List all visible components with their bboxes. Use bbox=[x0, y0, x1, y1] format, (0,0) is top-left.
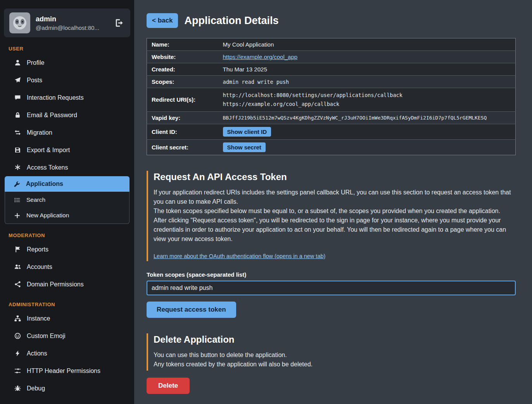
back-button[interactable]: < back bbox=[147, 13, 178, 28]
section-title: Delete Application bbox=[154, 334, 516, 345]
sidebar-item-email-password[interactable]: Email & Password bbox=[0, 106, 134, 124]
row-value: My Cool Application bbox=[218, 38, 516, 51]
row-label: Client secret: bbox=[147, 139, 218, 155]
table-row-scopes: Scopes: admin read write push bbox=[147, 76, 516, 88]
username: admin bbox=[36, 15, 99, 23]
plus-icon bbox=[14, 212, 21, 219]
sidebar: admin @admin@localhost:80... USER Profil… bbox=[0, 0, 134, 404]
section-label-user: USER bbox=[9, 46, 134, 52]
applications-submenu: Search New Application bbox=[5, 192, 130, 224]
sidebar-item-search[interactable]: Search bbox=[5, 192, 129, 208]
show-secret-button[interactable]: Show secret bbox=[223, 142, 266, 152]
row-label: Website: bbox=[147, 51, 218, 63]
wrench-icon bbox=[13, 181, 20, 187]
row-label: Redirect URI(s): bbox=[147, 88, 218, 112]
sidebar-item-custom-emoji[interactable]: Custom Emoji bbox=[0, 327, 134, 345]
sidebar-item-label: Email & Password bbox=[27, 112, 77, 119]
redirect-uri-2: https://example.org/cool_app/callback bbox=[223, 100, 511, 109]
sidebar-item-domain-permissions[interactable]: Domain Permissions bbox=[0, 276, 134, 293]
table-row-client-secret: Client secret: Show secret bbox=[147, 139, 516, 155]
comments-icon bbox=[14, 94, 21, 101]
section-title: Request An API Access Token bbox=[154, 172, 516, 182]
lock-icon bbox=[14, 112, 21, 118]
section-paragraph: If your application redirect URIs includ… bbox=[154, 188, 516, 206]
sidebar-item-label: Applications bbox=[26, 180, 63, 187]
sloth-avatar bbox=[9, 12, 30, 33]
sidebar-item-label: Debug bbox=[27, 385, 45, 392]
row-value: Thu Mar 13 2025 bbox=[218, 63, 516, 76]
bug-icon bbox=[14, 385, 21, 392]
sidebar-item-instance[interactable]: Instance bbox=[0, 310, 134, 327]
sidebar-item-applications[interactable]: Applications bbox=[5, 176, 130, 192]
table-row-name: Name: My Cool Application bbox=[147, 38, 516, 51]
request-token-section: Request An API Access Token If your appl… bbox=[147, 171, 516, 261]
sidebar-item-label: Custom Emoji bbox=[27, 333, 66, 340]
oauth-docs-link[interactable]: Learn more about the OAuth authenticatio… bbox=[154, 253, 325, 259]
asterisk-icon bbox=[14, 164, 21, 171]
app-layout: admin @admin@localhost:80... USER Profil… bbox=[0, 0, 532, 404]
sidebar-item-export-import[interactable]: Export & Import bbox=[0, 141, 134, 159]
row-value: BBJffJ219b5iE512m7wQSzv4KgKDhgZZVzNyWC_r… bbox=[218, 111, 516, 124]
sidebar-item-profile[interactable]: Profile bbox=[0, 54, 134, 71]
sidebar-item-new-application[interactable]: New Application bbox=[5, 208, 129, 223]
section-label-moderation: MODERATION bbox=[9, 232, 134, 238]
main-panel: < back Application Details Name: My Cool… bbox=[134, 0, 532, 404]
sidebar-item-access-tokens[interactable]: Access Tokens bbox=[0, 159, 134, 176]
sidebar-item-label: Profile bbox=[27, 59, 44, 66]
row-label: Client ID: bbox=[147, 124, 218, 139]
sitemap-icon bbox=[14, 315, 21, 322]
sidebar-item-http-header-permissions[interactable]: HTTP Header Permissions bbox=[0, 362, 134, 380]
section-paragraph: After clicking "Request access token", y… bbox=[154, 216, 516, 244]
application-details-table: Name: My Cool Application Website: https… bbox=[147, 38, 516, 155]
sidebar-item-label: Actions bbox=[27, 350, 47, 357]
row-label: Name: bbox=[147, 38, 218, 51]
table-row-website: Website: https://example.org/cool_app bbox=[147, 51, 516, 63]
row-label: Created: bbox=[147, 63, 218, 76]
delete-button[interactable]: Delete bbox=[147, 378, 190, 394]
sliders-icon bbox=[14, 368, 21, 374]
section-label-administration: ADMINISTRATION bbox=[9, 302, 134, 307]
flag-icon bbox=[14, 246, 21, 253]
share-nodes-icon bbox=[14, 281, 21, 288]
sidebar-item-debug[interactable]: Debug bbox=[0, 380, 134, 397]
delete-application-section: Delete Application You can use this butt… bbox=[147, 333, 516, 371]
section-paragraph: You can use this button to delete the ap… bbox=[154, 350, 516, 360]
sign-out-icon bbox=[115, 19, 123, 27]
sidebar-item-actions[interactable]: Actions bbox=[0, 345, 134, 362]
logout-button[interactable] bbox=[113, 17, 125, 29]
request-access-token-button[interactable]: Request access token bbox=[147, 302, 236, 318]
sidebar-item-reports[interactable]: Reports bbox=[0, 241, 134, 258]
sidebar-item-posts[interactable]: Posts bbox=[0, 71, 134, 89]
sidebar-item-interaction-requests[interactable]: Interaction Requests bbox=[0, 89, 134, 106]
sidebar-item-label: Accounts bbox=[27, 264, 52, 270]
sidebar-item-accounts[interactable]: Accounts bbox=[0, 258, 134, 276]
row-label: Scopes: bbox=[147, 76, 218, 88]
sidebar-item-label: HTTP Header Permissions bbox=[27, 368, 100, 375]
sidebar-item-label: Migration bbox=[27, 129, 52, 136]
token-scopes-input[interactable] bbox=[147, 281, 516, 295]
table-row-created: Created: Thu Mar 13 2025 bbox=[147, 63, 516, 76]
row-label: Vapid key: bbox=[147, 111, 218, 124]
list-icon bbox=[14, 197, 21, 203]
sidebar-item-label: Reports bbox=[27, 246, 48, 253]
user-meta: admin @admin@localhost:80... bbox=[36, 15, 99, 31]
user-card[interactable]: admin @admin@localhost:80... bbox=[4, 9, 130, 37]
sidebar-item-migration[interactable]: Migration bbox=[0, 124, 134, 141]
show-client-id-button[interactable]: Show client ID bbox=[223, 127, 271, 137]
sidebar-item-label: Search bbox=[26, 196, 45, 203]
applications-group: Applications Search New Application bbox=[5, 176, 130, 224]
sidebar-item-label: Posts bbox=[27, 77, 42, 84]
sidebar-item-label: Interaction Requests bbox=[27, 94, 84, 101]
table-row-vapid-key: Vapid key: BBJffJ219b5iE512m7wQSzv4KgKDh… bbox=[147, 111, 516, 124]
token-scopes-label: Token scopes (space-separated list) bbox=[147, 271, 516, 278]
paper-plane-icon bbox=[14, 77, 21, 83]
table-row-redirect-uris: Redirect URI(s): http://localhost:8080/s… bbox=[147, 88, 516, 112]
exchange-icon bbox=[14, 129, 21, 136]
website-link[interactable]: https://example.org/cool_app bbox=[223, 54, 298, 60]
redirect-uri-1: http://localhost:8080/settings/user/appl… bbox=[223, 91, 511, 100]
sidebar-item-label: Export & Import bbox=[27, 147, 70, 154]
user-icon bbox=[14, 59, 21, 66]
section-paragraph: The token scopes specified below must be… bbox=[154, 206, 516, 216]
sidebar-item-label: Domain Permissions bbox=[27, 281, 84, 288]
row-value: admin read write push bbox=[218, 76, 516, 88]
